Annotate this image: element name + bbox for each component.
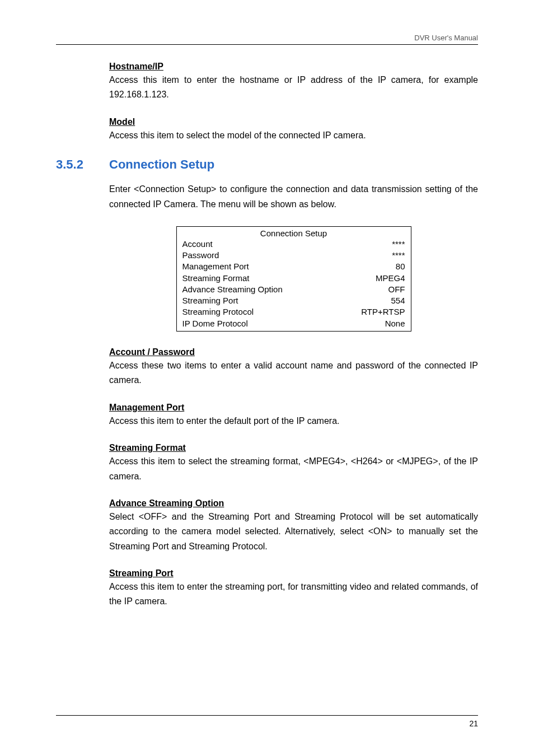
table-row: Streaming Format MPEG4 [177, 273, 411, 284]
section-intro: Enter <Connection Setup> to configure th… [109, 182, 478, 212]
table-value: 80 [396, 261, 405, 272]
table-row: Account **** [177, 239, 411, 250]
model-body: Access this item to select the model of … [109, 128, 478, 143]
table-title: Connection Setup [177, 227, 411, 239]
adv-option-heading: Advance Streaming Option [109, 498, 478, 508]
connection-setup-table: Connection Setup Account **** Password *… [176, 226, 411, 332]
page-number: 21 [56, 719, 478, 728]
table-label: Streaming Port [182, 295, 238, 306]
table-row: Advance Streaming Option OFF [177, 284, 411, 295]
table-value: MPEG4 [376, 273, 405, 284]
page-footer: 21 [56, 715, 478, 728]
table-value: **** [392, 239, 405, 250]
table-row: Management Port 80 [177, 261, 411, 272]
account-heading: Account / Password [109, 347, 478, 357]
table-row: Streaming Protocol RTP+RTSP [177, 306, 411, 318]
stream-format-heading: Streaming Format [109, 443, 478, 453]
stream-format-body: Access this item to select the streaming… [109, 454, 478, 484]
page-header: DVR User's Manual [56, 34, 478, 45]
section-title: Connection Setup [109, 157, 214, 172]
stream-port-heading: Streaming Port [109, 568, 478, 578]
mgmt-port-heading: Management Port [109, 403, 478, 413]
section-number: 3.5.2 [56, 157, 109, 172]
table-value: None [385, 318, 405, 329]
table-value: **** [392, 250, 405, 261]
table-label: Account [182, 239, 213, 250]
table-value: OFF [388, 284, 405, 295]
hostname-body: Access this item to enter the hostname o… [109, 73, 478, 102]
table-label: Streaming Protocol [182, 306, 254, 318]
header-right-text: DVR User's Manual [56, 34, 478, 42]
table-value: 554 [391, 295, 405, 306]
table-row: Streaming Port 554 [177, 295, 411, 306]
table-row: Password **** [177, 250, 411, 261]
table-label: Advance Streaming Option [182, 284, 283, 295]
table-label: IP Dome Protocol [182, 318, 248, 329]
stream-port-body: Access this item to enter the streaming … [109, 580, 478, 609]
table-label: Streaming Format [182, 273, 250, 284]
table-row: IP Dome Protocol None [177, 318, 411, 331]
mgmt-port-body: Access this item to enter the default po… [109, 414, 478, 428]
table-label: Password [182, 250, 219, 261]
adv-option-body: Select <OFF> and the Streaming Port and … [109, 510, 478, 554]
model-heading: Model [109, 117, 478, 127]
table-value: RTP+RTSP [361, 306, 405, 318]
section-heading-row: 3.5.2 Connection Setup [56, 157, 478, 172]
account-body: Access these two items to enter a valid … [109, 358, 478, 388]
table-label: Management Port [182, 261, 249, 272]
hostname-heading: Hostname/IP [109, 62, 478, 72]
